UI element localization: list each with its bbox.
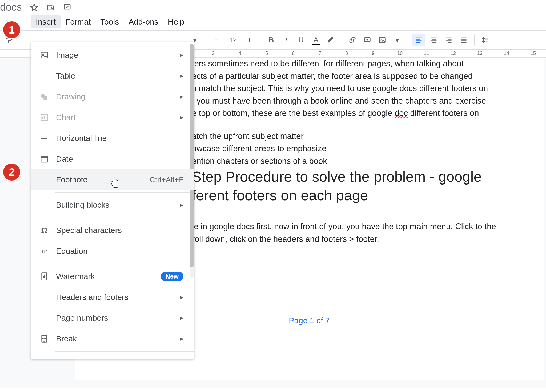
submenu-arrow-icon: ▶	[180, 94, 183, 100]
align-center-icon[interactable]	[427, 34, 440, 46]
heading-text: ferent footers on each page	[192, 186, 544, 205]
insert-image-icon[interactable]	[376, 34, 389, 46]
chart-icon	[39, 112, 50, 123]
bold-icon[interactable]: B	[265, 34, 278, 46]
break-icon	[39, 333, 50, 344]
submenu-arrow-icon: ▶	[180, 52, 183, 58]
watermark-icon	[39, 271, 50, 282]
submenu-arrow-icon: ▶	[180, 336, 183, 342]
menu-divider	[55, 218, 194, 218]
align-right-icon[interactable]	[442, 34, 455, 46]
toolbar-separator	[342, 34, 342, 46]
menu-item-building-blocks[interactable]: Building blocks ▶	[31, 195, 194, 215]
menu-item-date[interactable]: Date	[31, 149, 194, 169]
svg-rect-3	[41, 52, 47, 58]
menu-divider	[55, 264, 194, 264]
svg-rect-6	[43, 96, 47, 100]
cursor-pointer-icon	[109, 176, 120, 187]
menu-item-special-characters[interactable]: Ω Special characters	[31, 220, 194, 241]
body-text: . you must have been through a book onli…	[192, 95, 544, 107]
underline-icon[interactable]: U	[295, 34, 307, 46]
body-text: owcase different areas to emphasize	[192, 142, 544, 155]
body-text: e top or bottom, these are the best exam…	[192, 107, 544, 120]
menu-item-chart[interactable]: Chart ▶	[31, 107, 194, 128]
toolbar-separator	[474, 34, 475, 46]
align-justify-icon[interactable]	[457, 34, 470, 46]
body-text: ention chapters or sections of a book	[192, 155, 544, 168]
align-left-icon[interactable]	[412, 34, 425, 46]
menu-divider	[55, 351, 194, 352]
menu-item-horizontal-line[interactable]: Horizontal line	[31, 128, 194, 149]
doc-title[interactable]: docs	[0, 2, 22, 13]
line-spacing-icon[interactable]	[479, 34, 492, 46]
menu-item-table[interactable]: Table ▶	[31, 66, 194, 86]
submenu-arrow-icon: ▶	[180, 115, 183, 120]
drawing-icon	[39, 91, 50, 102]
menu-item-drawing[interactable]: Drawing ▶	[31, 86, 194, 107]
menu-format[interactable]: Format	[61, 15, 95, 28]
step-badge-2: 2	[2, 162, 21, 182]
new-badge: New	[161, 272, 183, 281]
body-text: o match the subject. This is why you nee…	[192, 82, 544, 95]
menu-bar: Insert Format Tools Add-ons Help	[29, 14, 546, 29]
keyboard-shortcut: Ctrl+Alt+F	[150, 175, 183, 184]
font-size-input[interactable]: 12	[225, 34, 241, 46]
star-icon[interactable]	[30, 3, 38, 11]
insert-comment-icon[interactable]	[361, 34, 374, 46]
menu-item-break[interactable]: Break ▶	[31, 328, 194, 349]
text-color-icon[interactable]: A	[310, 34, 322, 46]
body-text: le in google docs first, now in front of…	[192, 220, 544, 233]
image-dropdown-icon[interactable]: ▾	[391, 34, 404, 46]
submenu-arrow-icon: ▶	[180, 202, 183, 208]
heading-text: Step Procedure to solve the problem - go…	[192, 167, 544, 186]
menu-addons[interactable]: Add-ons	[124, 15, 163, 28]
submenu-arrow-icon: ▶	[180, 315, 183, 321]
title-bar: docs	[0, 0, 546, 14]
menu-insert[interactable]: Insert	[31, 15, 61, 28]
date-icon	[39, 154, 50, 164]
spelling-error: doc	[395, 108, 408, 118]
page-number: Page 1 of 7	[192, 315, 544, 326]
horizontal-line-icon	[39, 133, 50, 144]
step-badge-1: 1	[2, 20, 21, 39]
toolbar-separator	[206, 34, 206, 46]
cloud-status-icon[interactable]	[63, 3, 71, 11]
menu-item-watermark[interactable]: Watermark New	[31, 266, 194, 287]
submenu-arrow-icon: ▶	[180, 73, 183, 79]
menu-item-image[interactable]: Image ▶	[31, 45, 194, 66]
menu-tools[interactable]: Tools	[95, 15, 124, 28]
move-icon[interactable]	[46, 3, 55, 11]
menu-help[interactable]: Help	[163, 15, 189, 28]
decrease-font-icon[interactable]: −	[210, 34, 223, 46]
body-text: ects of a particular subject matter, the…	[192, 70, 544, 83]
body-text: ters sometimes need to be different for …	[192, 58, 544, 70]
equation-icon: π2	[39, 246, 50, 256]
toolbar-separator	[408, 34, 408, 46]
omega-icon: Ω	[39, 225, 50, 236]
toolbar-separator	[19, 34, 19, 46]
submenu-arrow-icon: ▶	[180, 294, 183, 300]
menu-item-page-numbers[interactable]: Page numbers ▶	[31, 308, 194, 328]
body-text: roll down, click on the headers and foot…	[192, 233, 544, 246]
menu-item-equation[interactable]: π2 Equation	[31, 241, 194, 262]
insert-dropdown: Image ▶ Table ▶ Drawing ▶ Chart ▶ Horizo…	[31, 42, 194, 359]
image-icon	[39, 50, 50, 60]
toolbar-separator	[260, 34, 260, 46]
insert-link-icon[interactable]	[346, 34, 359, 46]
svg-rect-0	[64, 5, 70, 9]
menu-item-headers-footers[interactable]: Headers and footers ▶	[31, 287, 194, 308]
italic-icon[interactable]: I	[280, 34, 292, 46]
menu-divider	[55, 192, 194, 193]
highlight-icon[interactable]	[324, 34, 337, 46]
increase-font-icon[interactable]: +	[243, 34, 256, 46]
body-text: atch the upfront subject matter	[192, 130, 544, 143]
